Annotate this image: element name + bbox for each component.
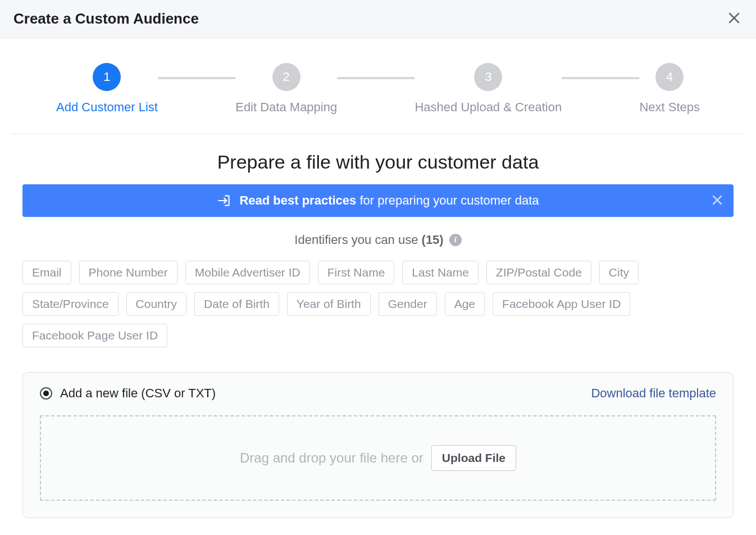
identifier-chips: EmailPhone NumberMobile Advertiser IDFir… xyxy=(22,261,734,347)
identifier-chip: Email xyxy=(22,261,71,284)
identifier-chip: Facebook Page User ID xyxy=(22,324,167,347)
step-2[interactable]: 2Edit Data Mapping xyxy=(235,63,337,115)
banner-rest: for preparing your customer data xyxy=(356,193,539,207)
banner-text: Read best practices for preparing your c… xyxy=(239,193,539,208)
upload-top-row: Add a new file (CSV or TXT) Download fil… xyxy=(40,386,716,401)
info-icon[interactable]: i xyxy=(449,234,462,246)
identifier-chip: Date of Birth xyxy=(194,292,279,316)
best-practices-banner[interactable]: Read best practices for preparing your c… xyxy=(22,184,734,217)
upload-file-button[interactable]: Upload File xyxy=(431,445,516,471)
stepper: 1Add Customer List2Edit Data Mapping3Has… xyxy=(11,38,745,134)
step-connector xyxy=(337,77,415,79)
identifier-chip: ZIP/Postal Code xyxy=(486,261,591,284)
identifiers-count: (15) xyxy=(422,233,444,247)
step-label: Add Customer List xyxy=(56,100,158,115)
identifiers-header: Identifiers you can use (15) i xyxy=(22,233,734,247)
identifier-chip: Gender xyxy=(379,292,437,316)
step-connector xyxy=(562,77,639,79)
banner-close-icon[interactable] xyxy=(712,194,722,207)
dropzone-text: Drag and drop your file here or xyxy=(240,450,423,466)
step-label: Hashed Upload & Creation xyxy=(415,100,562,115)
dialog-title: Create a Custom Audience xyxy=(13,10,199,28)
step-label: Edit Data Mapping xyxy=(235,100,337,115)
step-label: Next Steps xyxy=(639,100,700,115)
radio-icon[interactable] xyxy=(40,387,52,400)
main-heading: Prepare a file with your customer data xyxy=(22,151,734,173)
identifier-chip: First Name xyxy=(318,261,395,284)
identifier-chip: Facebook App User ID xyxy=(493,292,630,316)
step-3[interactable]: 3Hashed Upload & Creation xyxy=(415,63,562,115)
step-4[interactable]: 4Next Steps xyxy=(639,63,700,115)
identifiers-label: Identifiers you can use xyxy=(294,233,421,247)
identifier-chip: Phone Number xyxy=(79,261,177,284)
identifier-chip: Country xyxy=(126,292,187,316)
close-icon[interactable] xyxy=(726,11,743,27)
banner-bold: Read best practices xyxy=(239,193,356,207)
step-circle: 1 xyxy=(93,63,121,91)
download-template-link[interactable]: Download file template xyxy=(591,386,716,401)
content: Prepare a file with your customer data R… xyxy=(0,134,756,535)
import-icon xyxy=(217,193,231,208)
step-circle: 2 xyxy=(272,63,300,91)
identifier-chip: Age xyxy=(445,292,485,316)
step-circle: 4 xyxy=(655,63,684,91)
identifier-chip: Last Name xyxy=(402,261,479,284)
dialog-header: Create a Custom Audience xyxy=(0,0,756,38)
step-connector xyxy=(158,77,235,79)
upload-box: Add a new file (CSV or TXT) Download fil… xyxy=(22,372,734,518)
identifier-chip: State/Province xyxy=(22,292,119,316)
step-circle: 3 xyxy=(474,63,502,91)
file-dropzone[interactable]: Drag and drop your file here or Upload F… xyxy=(40,415,716,501)
identifier-chip: Mobile Advertiser ID xyxy=(185,261,310,284)
radio-label: Add a new file (CSV or TXT) xyxy=(60,386,216,401)
add-file-radio[interactable]: Add a new file (CSV or TXT) xyxy=(40,386,216,401)
step-1[interactable]: 1Add Customer List xyxy=(56,63,158,115)
identifier-chip: Year of Birth xyxy=(287,292,371,316)
identifier-chip: City xyxy=(599,261,639,284)
